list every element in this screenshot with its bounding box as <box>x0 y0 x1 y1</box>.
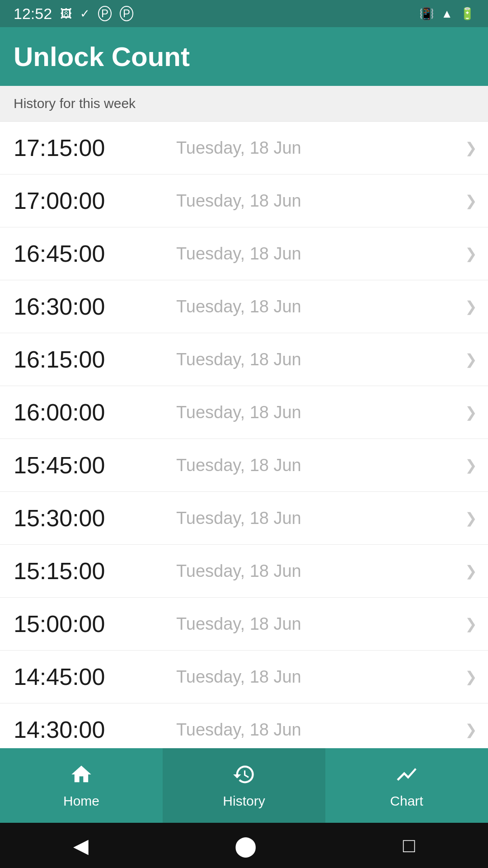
app-title: Unlock Count <box>14 41 190 72</box>
chevron-right-icon: ❯ <box>465 509 477 527</box>
list-item[interactable]: 16:15:00Tuesday, 18 Jun❯ <box>0 333 488 386</box>
history-time: 16:15:00 <box>14 346 158 373</box>
history-time: 16:45:00 <box>14 240 158 267</box>
chevron-right-icon: ❯ <box>465 404 477 421</box>
chevron-right-icon: ❯ <box>465 668 477 685</box>
list-item[interactable]: 15:00:00Tuesday, 18 Jun❯ <box>0 598 488 651</box>
history-time: 15:00:00 <box>14 610 158 637</box>
parking-icon-2: P <box>120 6 133 21</box>
vibrate-icon: 📳 <box>419 7 434 21</box>
nav-label-history: History <box>223 793 265 809</box>
chevron-right-icon: ❯ <box>465 245 477 262</box>
history-date: Tuesday, 18 Jun <box>176 244 301 264</box>
chevron-right-icon: ❯ <box>465 298 477 315</box>
history-icon <box>232 763 256 790</box>
home-button[interactable]: ⬤ <box>235 834 257 857</box>
history-date: Tuesday, 18 Jun <box>176 297 301 316</box>
chevron-right-icon: ❯ <box>465 192 477 209</box>
history-date: Tuesday, 18 Jun <box>176 191 301 211</box>
nav-item-history[interactable]: History <box>163 748 325 823</box>
bottom-nav: Home History Chart <box>0 748 488 823</box>
nav-item-home[interactable]: Home <box>0 748 163 823</box>
history-date: Tuesday, 18 Jun <box>176 667 301 687</box>
status-bar-right: 📳 ▲ 🔋 <box>419 7 474 21</box>
history-time: 17:15:00 <box>14 134 158 161</box>
history-time: 16:00:00 <box>14 399 158 426</box>
history-time: 14:45:00 <box>14 663 158 690</box>
status-bar: 12:52 🖼 ✓ P P 📳 ▲ 🔋 <box>0 0 488 27</box>
list-item[interactable]: 14:45:00Tuesday, 18 Jun❯ <box>0 651 488 703</box>
chart-icon <box>395 763 418 790</box>
list-item[interactable]: 16:45:00Tuesday, 18 Jun❯ <box>0 227 488 280</box>
image-icon: 🖼 <box>60 7 72 21</box>
list-item[interactable]: 14:30:00Tuesday, 18 Jun❯ <box>0 703 488 748</box>
history-date: Tuesday, 18 Jun <box>176 403 301 422</box>
nav-label-home: Home <box>63 793 99 809</box>
chevron-right-icon: ❯ <box>465 721 477 738</box>
history-date: Tuesday, 18 Jun <box>176 138 301 158</box>
history-date: Tuesday, 18 Jun <box>176 614 301 634</box>
history-time: 17:00:00 <box>14 187 158 214</box>
history-date: Tuesday, 18 Jun <box>176 720 301 740</box>
history-list: 17:15:00Tuesday, 18 Jun❯17:00:00Tuesday,… <box>0 122 488 748</box>
battery-icon: 🔋 <box>460 7 474 21</box>
back-button[interactable]: ◀ <box>73 834 89 857</box>
chevron-right-icon: ❯ <box>465 615 477 632</box>
section-label: History for this week <box>0 86 488 122</box>
history-date: Tuesday, 18 Jun <box>176 456 301 475</box>
recents-button[interactable]: □ <box>403 834 415 857</box>
history-date: Tuesday, 18 Jun <box>176 350 301 369</box>
list-item[interactable]: 15:30:00Tuesday, 18 Jun❯ <box>0 492 488 545</box>
history-date: Tuesday, 18 Jun <box>176 561 301 581</box>
chevron-right-icon: ❯ <box>465 139 477 156</box>
list-item[interactable]: 15:15:00Tuesday, 18 Jun❯ <box>0 545 488 598</box>
status-time: 12:52 <box>14 5 52 23</box>
list-item[interactable]: 17:15:00Tuesday, 18 Jun❯ <box>0 122 488 175</box>
system-nav-bar: ◀ ⬤ □ <box>0 823 488 868</box>
history-time: 15:45:00 <box>14 452 158 479</box>
list-item[interactable]: 16:30:00Tuesday, 18 Jun❯ <box>0 280 488 333</box>
check-icon: ✓ <box>80 7 90 21</box>
history-time: 16:30:00 <box>14 293 158 320</box>
nav-item-chart[interactable]: Chart <box>325 748 488 823</box>
home-icon <box>70 763 93 790</box>
list-item[interactable]: 16:00:00Tuesday, 18 Jun❯ <box>0 386 488 439</box>
wifi-icon: ▲ <box>441 7 453 21</box>
nav-label-chart: Chart <box>390 793 423 809</box>
chevron-right-icon: ❯ <box>465 562 477 580</box>
history-time: 14:30:00 <box>14 716 158 743</box>
chevron-right-icon: ❯ <box>465 351 477 368</box>
app-header: Unlock Count <box>0 27 488 86</box>
history-date: Tuesday, 18 Jun <box>176 509 301 528</box>
chevron-right-icon: ❯ <box>465 457 477 474</box>
list-item[interactable]: 15:45:00Tuesday, 18 Jun❯ <box>0 439 488 492</box>
history-time: 15:30:00 <box>14 505 158 532</box>
parking-icon-1: P <box>98 6 112 21</box>
list-item[interactable]: 17:00:00Tuesday, 18 Jun❯ <box>0 175 488 227</box>
history-time: 15:15:00 <box>14 557 158 585</box>
status-bar-left: 12:52 🖼 ✓ P P <box>14 5 133 23</box>
